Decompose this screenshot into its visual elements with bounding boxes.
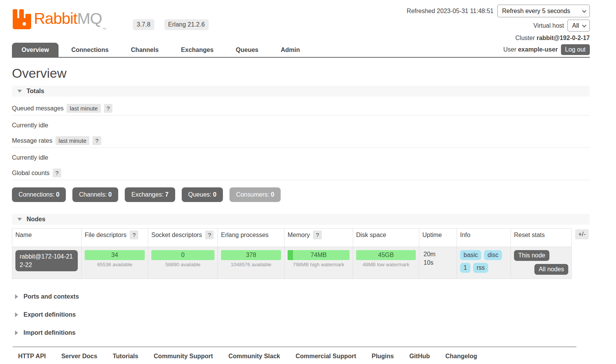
node-name-cell: rabbit@172-104-212-22 bbox=[12, 247, 82, 279]
global-counts-label: Global counts bbox=[12, 170, 50, 177]
global-counts-heading: Global counts ? bbox=[12, 169, 590, 180]
reset-this-node-button[interactable]: This node bbox=[514, 250, 549, 261]
memory-detail: 798MB high watermark bbox=[288, 262, 350, 267]
consumers-counter-label: Consumers: bbox=[236, 191, 269, 198]
rabbitmq-wordmark: RabbitMQ™ bbox=[34, 9, 106, 38]
channels-counter-label: Channels: bbox=[79, 191, 107, 198]
footer-link-community-support[interactable]: Community Support bbox=[154, 353, 213, 359]
collapse-triangle-icon bbox=[17, 218, 22, 221]
cluster-label: Cluster bbox=[516, 35, 535, 41]
header: RabbitMQ™ 3.7.8 Erlang 21.2.6 Refreshed … bbox=[12, 0, 590, 58]
totals-section-label: Totals bbox=[27, 88, 44, 95]
vhost-value: All bbox=[572, 22, 579, 29]
exchanges-counter-value: 7 bbox=[165, 191, 169, 198]
erlang-processes-value: 378 bbox=[246, 252, 256, 258]
col-header-info: Info bbox=[457, 229, 511, 247]
rabbitmq-version-badge: 3.7.8 bbox=[133, 19, 154, 30]
rates-idle-status: Currently idle bbox=[12, 154, 590, 161]
col-header-file-descriptors: File descriptors ? bbox=[82, 229, 148, 247]
footer-link-changelog[interactable]: Changelog bbox=[445, 353, 477, 359]
refresh-interval-value: Refresh every 5 seconds bbox=[502, 8, 570, 15]
collapse-triangle-icon bbox=[17, 90, 22, 93]
tab-channels[interactable]: Channels bbox=[121, 43, 168, 57]
rates-last-minute-badge: last minute bbox=[55, 136, 90, 145]
reset-all-nodes-button[interactable]: All nodes bbox=[534, 264, 568, 275]
col-header-memory: Memory ? bbox=[285, 229, 353, 247]
message-rates-label: Message rates bbox=[12, 137, 52, 144]
footer-link-plugins[interactable]: Plugins bbox=[372, 353, 394, 359]
consumers-counter: Consumers:0 bbox=[229, 187, 281, 202]
col-header-socket-descriptors-label: Socket descriptors bbox=[151, 232, 202, 238]
file-descriptors-help-icon[interactable]: ? bbox=[130, 230, 138, 239]
col-header-name: Name bbox=[12, 229, 82, 247]
version-badges: 3.7.8 Erlang 21.2.6 bbox=[133, 19, 209, 30]
export-definitions-section[interactable]: Export definitions bbox=[12, 311, 590, 318]
ports-and-contexts-section[interactable]: Ports and contexts bbox=[12, 293, 590, 300]
tab-queues[interactable]: Queues bbox=[226, 43, 268, 57]
info-badge-count: 1 bbox=[460, 263, 470, 273]
file-descriptors-detail: 65536 available bbox=[85, 262, 145, 267]
erlang-processes-meter: 378 bbox=[221, 250, 281, 260]
column-toggle-button[interactable]: +/- bbox=[575, 229, 589, 239]
footer-link-community-slack[interactable]: Community Slack bbox=[228, 353, 280, 359]
col-header-memory-label: Memory bbox=[288, 232, 310, 238]
tab-exchanges[interactable]: Exchanges bbox=[171, 43, 223, 57]
tab-overview[interactable]: Overview bbox=[12, 43, 59, 57]
global-counts-help-icon[interactable]: ? bbox=[53, 169, 61, 177]
footer-link-http-api[interactable]: HTTP API bbox=[18, 353, 46, 359]
chevron-down-icon bbox=[582, 8, 586, 12]
tab-admin[interactable]: Admin bbox=[271, 43, 310, 57]
footer-link-server-docs[interactable]: Server Docs bbox=[61, 353, 97, 359]
file-descriptors-value: 34 bbox=[111, 252, 118, 258]
file-descriptors-cell: 34 65536 available bbox=[82, 247, 148, 279]
nodes-table-wrap: Name File descriptors ? Socket descripto… bbox=[12, 228, 590, 279]
memory-meter-fill bbox=[288, 250, 293, 260]
info-cell: basic disc 1 rss bbox=[457, 247, 511, 279]
wordmark-rabbit: Rabbit bbox=[34, 10, 77, 27]
nodes-section-label: Nodes bbox=[27, 216, 45, 223]
footer-link-tutorials[interactable]: Tutorials bbox=[113, 353, 138, 359]
connections-counter-label: Connections: bbox=[18, 191, 54, 198]
memory-value: 74MB bbox=[311, 252, 327, 258]
disk-space-detail: 48MB low watermark bbox=[356, 262, 416, 267]
import-definitions-section[interactable]: Import definitions bbox=[12, 329, 590, 336]
socket-descriptors-value: 0 bbox=[181, 252, 185, 258]
queued-idle-status: Currently idle bbox=[12, 122, 590, 129]
footer-link-github[interactable]: GitHub bbox=[409, 353, 430, 359]
exchanges-counter-label: Exchanges: bbox=[131, 191, 164, 198]
vhost-select[interactable]: All bbox=[567, 20, 590, 32]
rabbitmq-logo[interactable]: RabbitMQ™ bbox=[13, 9, 106, 38]
memory-meter: 74MB bbox=[288, 250, 350, 260]
channels-counter-value: 0 bbox=[108, 191, 112, 198]
socket-descriptors-cell: 0 58890 available bbox=[148, 247, 218, 279]
file-descriptors-meter: 34 bbox=[85, 250, 145, 260]
message-rates-heading: Message rates last minute ? bbox=[12, 136, 590, 148]
nodes-section-header[interactable]: Nodes bbox=[12, 214, 590, 225]
disk-space-value: 45GB bbox=[378, 252, 394, 258]
disk-space-meter: 45GB bbox=[356, 250, 416, 260]
col-header-uptime: Uptime bbox=[419, 229, 457, 247]
consumers-counter-value: 0 bbox=[271, 191, 274, 198]
nodes-table-header-row: Name File descriptors ? Socket descripto… bbox=[12, 229, 572, 247]
totals-section-header[interactable]: Totals bbox=[12, 86, 590, 97]
connections-counter-value: 0 bbox=[56, 191, 59, 198]
info-badge-basic: basic bbox=[460, 250, 481, 260]
socket-descriptors-help-icon[interactable]: ? bbox=[205, 230, 214, 239]
col-header-file-descriptors-label: File descriptors bbox=[85, 232, 126, 238]
ports-and-contexts-label: Ports and contexts bbox=[23, 293, 79, 300]
rates-help-icon[interactable]: ? bbox=[92, 136, 101, 145]
info-badge-disc: disc bbox=[484, 250, 502, 260]
refresh-interval-select[interactable]: Refresh every 5 seconds bbox=[497, 5, 590, 17]
queued-help-icon[interactable]: ? bbox=[104, 104, 112, 113]
expand-triangle-icon bbox=[15, 312, 18, 317]
erlang-processes-cell: 378 1048576 available bbox=[218, 247, 285, 279]
cluster-name: rabbit@192-0-2-17 bbox=[537, 35, 590, 41]
memory-help-icon[interactable]: ? bbox=[313, 230, 321, 239]
info-badges-row: basic disc bbox=[460, 250, 507, 260]
chevron-down-icon bbox=[582, 23, 586, 27]
tab-connections[interactable]: Connections bbox=[62, 43, 118, 57]
global-counters: Connections:0 Channels:0 Exchanges:7 Que… bbox=[12, 187, 590, 202]
footer-link-commercial-support[interactable]: Commercial Support bbox=[296, 353, 356, 359]
vhost-row: Virtual host All bbox=[407, 20, 590, 32]
exchanges-counter: Exchanges:7 bbox=[125, 187, 175, 202]
